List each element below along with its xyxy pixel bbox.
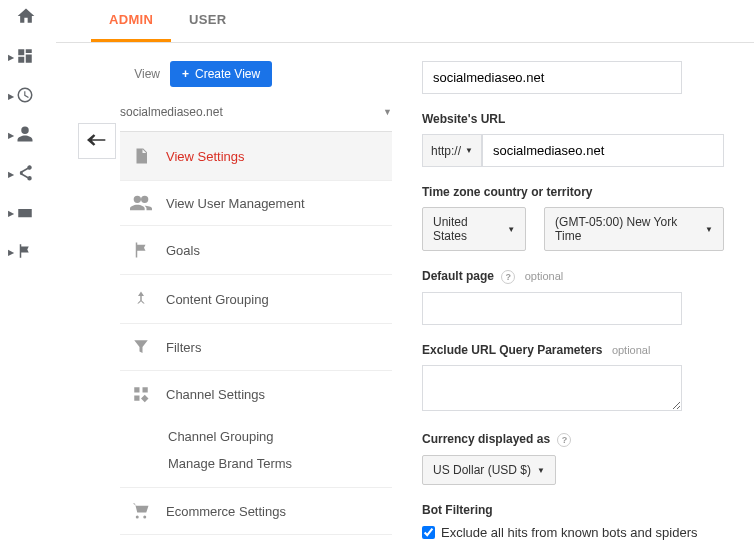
view-label: View xyxy=(120,67,160,81)
rail-realtime[interactable]: ▶ xyxy=(0,86,56,107)
view-column: View + Create View socialmediaseo.net ▼ … xyxy=(120,43,392,542)
home-icon xyxy=(16,6,36,29)
nav-view-settings[interactable]: View Settings xyxy=(120,132,392,181)
icon-rail: ▶ ▶ ▶ ▶ ▶ ▶ ▶ xyxy=(0,0,56,542)
rail-conversions[interactable]: ▶ xyxy=(0,242,56,263)
share-icon xyxy=(16,164,34,185)
nav-channel-settings[interactable]: Channel Settings xyxy=(120,371,392,417)
view-name-input[interactable] xyxy=(422,61,682,94)
nav-label: Ecommerce Settings xyxy=(166,504,286,519)
flag-icon xyxy=(130,240,152,260)
people-icon xyxy=(130,195,152,211)
protocol-value: http:// xyxy=(431,144,461,158)
page-icon xyxy=(16,203,34,224)
arrow-back-icon xyxy=(87,133,107,150)
caret-down-icon: ▼ xyxy=(705,225,713,234)
currency-label: Currency displayed as ? xyxy=(422,432,724,447)
bot-filter-checkbox[interactable] xyxy=(422,526,435,539)
exclude-label: Exclude URL Query Parameters optional xyxy=(422,343,724,357)
clock-icon xyxy=(16,86,34,107)
default-page-input[interactable] xyxy=(422,292,682,325)
url-label: Website's URL xyxy=(422,112,724,126)
tab-user[interactable]: USER xyxy=(171,0,244,42)
rail-behavior[interactable]: ▶ xyxy=(0,203,56,224)
tz-country-dropdown[interactable]: United States ▼ xyxy=(422,207,526,251)
exclude-query-input[interactable] xyxy=(422,365,682,411)
nav-user-management[interactable]: View User Management xyxy=(120,181,392,226)
help-icon[interactable]: ? xyxy=(501,270,515,284)
settings-form: Website's URL http:// ▼ Time zone countr… xyxy=(392,43,754,542)
rail-acquisition[interactable]: ▶ xyxy=(0,164,56,185)
currency-value: US Dollar (USD $) xyxy=(433,463,531,477)
create-view-label: Create View xyxy=(195,67,260,81)
nav-label: Content Grouping xyxy=(166,292,269,307)
tz-country-value: United States xyxy=(433,215,501,243)
optional-label: optional xyxy=(612,344,651,356)
view-selector-label: socialmediaseo.net xyxy=(120,105,223,119)
nav-content-grouping[interactable]: Content Grouping xyxy=(120,275,392,324)
person-icon xyxy=(16,125,34,146)
dashboard-icon xyxy=(16,47,34,68)
create-view-button[interactable]: + Create View xyxy=(170,61,272,87)
nav-label: Filters xyxy=(166,340,201,355)
content-icon xyxy=(130,289,152,309)
funnel-icon xyxy=(130,338,152,356)
nav-channel-grouping[interactable]: Channel Grouping xyxy=(168,423,392,450)
nav-label: View User Management xyxy=(166,196,305,211)
nav-label: View Settings xyxy=(166,149,245,164)
flag-icon xyxy=(16,242,34,263)
nav-calculated-metrics[interactable]: Dd Calculated MetricsBETA xyxy=(120,535,392,542)
nav-label: Channel Settings xyxy=(166,387,265,402)
nav-filters[interactable]: Filters xyxy=(120,324,392,371)
nav-manage-brand-terms[interactable]: Manage Brand Terms xyxy=(168,450,392,477)
tabs: ADMIN USER xyxy=(56,0,754,43)
caret-down-icon: ▼ xyxy=(465,146,473,155)
view-selector[interactable]: socialmediaseo.net ▼ xyxy=(120,97,392,132)
tab-admin[interactable]: ADMIN xyxy=(91,0,171,42)
rail-home[interactable]: ▶ xyxy=(0,6,56,29)
bot-filter-label: Bot Filtering xyxy=(422,503,724,517)
rail-audience[interactable]: ▶ xyxy=(0,125,56,146)
nav-goals[interactable]: Goals xyxy=(120,226,392,275)
plus-icon: + xyxy=(182,67,189,81)
url-input[interactable] xyxy=(482,134,724,167)
optional-label: optional xyxy=(525,270,564,282)
caret-down-icon: ▼ xyxy=(537,466,545,475)
cart-icon xyxy=(130,502,152,520)
rail-dashboards[interactable]: ▶ xyxy=(0,47,56,68)
tz-value-dropdown[interactable]: (GMT-05:00) New York Time ▼ xyxy=(544,207,724,251)
file-icon xyxy=(130,146,152,166)
help-icon[interactable]: ? xyxy=(557,433,571,447)
caret-down-icon: ▼ xyxy=(383,107,392,117)
default-page-label: Default page ? optional xyxy=(422,269,724,284)
caret-down-icon: ▼ xyxy=(507,225,515,234)
back-button[interactable] xyxy=(78,123,116,159)
nav-ecommerce[interactable]: Ecommerce Settings xyxy=(120,488,392,535)
currency-dropdown[interactable]: US Dollar (USD $) ▼ xyxy=(422,455,556,485)
timezone-label: Time zone country or territory xyxy=(422,185,724,199)
channel-icon xyxy=(130,385,152,403)
protocol-dropdown[interactable]: http:// ▼ xyxy=(422,134,482,167)
nav-label: Goals xyxy=(166,243,200,258)
tz-value: (GMT-05:00) New York Time xyxy=(555,215,699,243)
bot-filter-text: Exclude all hits from known bots and spi… xyxy=(441,525,698,540)
